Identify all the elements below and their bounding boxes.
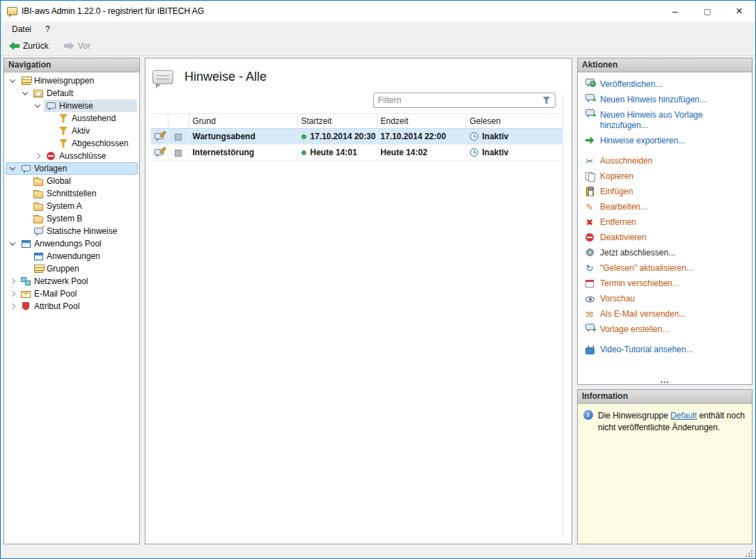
- tree-item-label: Aktiv: [70, 126, 93, 136]
- tree-item-label: System A: [45, 201, 85, 211]
- app-window: IBI-aws Admin 1.22.0 - registriert für I…: [0, 0, 756, 559]
- hints-table: GrundStartzeitEndzeitGelesen Wartungsabe…: [151, 113, 562, 161]
- expand-chevron-icon[interactable]: [6, 279, 19, 283]
- action-gelesen-aktualisieren[interactable]: ↻"Gelesen" aktualisieren...: [583, 263, 746, 274]
- send-email-icon: ✉: [584, 310, 595, 320]
- deactivate-icon: [585, 233, 594, 242]
- tree-item-hinweise[interactable]: Hinweise: [6, 100, 138, 112]
- column-header-startzeit[interactable]: Startzeit: [297, 114, 377, 129]
- tree-item-schnittstellen[interactable]: Schnittstellen: [6, 187, 138, 200]
- tree-item-attribut-pool[interactable]: Attribut Pool: [6, 300, 138, 313]
- tree-item-default[interactable]: Default: [6, 87, 138, 100]
- tree-item-gruppen[interactable]: Gruppen: [6, 262, 138, 275]
- forward-button[interactable]: Vor: [61, 40, 93, 52]
- action-label: Hinweise exportieren...: [600, 136, 685, 146]
- hint-bubble-icon: [155, 149, 164, 155]
- default-group-link[interactable]: Default: [670, 411, 697, 420]
- action-vorlage-erstellen[interactable]: Vorlage erstellen...: [583, 324, 746, 335]
- tree-item-label: Ausschlüsse: [58, 151, 109, 161]
- back-button[interactable]: Zurück: [6, 40, 52, 52]
- tree-item-e-mail-pool[interactable]: E-Mail Pool: [6, 288, 138, 300]
- cut-icon: ✂: [584, 157, 595, 166]
- tree-item-label: Statische Hinweise: [45, 226, 120, 236]
- cell-grund: Internetstörung: [189, 145, 297, 161]
- copy-icon: [585, 172, 594, 180]
- actions-overflow-indicator[interactable]: ...: [578, 377, 752, 384]
- action-als-e-mail-versenden[interactable]: ✉Als E-Mail versenden...: [583, 309, 746, 320]
- filter-funnel-icon[interactable]: [542, 96, 550, 104]
- tree-item-aktiv[interactable]: Aktiv: [6, 125, 138, 137]
- static-hints-icon: [34, 228, 43, 234]
- hint-bubble-icon: [155, 133, 164, 139]
- tree-item-netzwerk-pool[interactable]: Netzwerk Pool: [6, 275, 138, 288]
- action-label: Ausschneiden: [600, 156, 652, 166]
- filter-box[interactable]: [373, 93, 556, 108]
- expand-chevron-icon[interactable]: [6, 292, 19, 296]
- tree-item-ausstehend[interactable]: Ausstehend: [6, 112, 138, 125]
- tree-item-system-a[interactable]: System A: [6, 200, 138, 212]
- tree-item-anwendungen[interactable]: Anwendungen: [6, 250, 138, 262]
- action-vorschau[interactable]: Vorschau: [583, 294, 746, 304]
- menu-item-datei[interactable]: Datei: [5, 23, 38, 36]
- action-hinweise-exportieren[interactable]: Hinweise exportieren...: [583, 136, 746, 146]
- main-panel: Hinweise - Alle GrundStartzeitEndzeitGel…: [145, 58, 572, 544]
- action-label: Kopieren: [600, 171, 633, 182]
- exclusions-icon: [47, 152, 55, 160]
- action-deaktivieren[interactable]: Deaktivieren: [583, 233, 746, 243]
- action-label: Termin verschieben...: [600, 278, 679, 289]
- collapse-chevron-icon[interactable]: [6, 166, 19, 171]
- column-header-endzeit[interactable]: Endzeit: [377, 114, 466, 129]
- expand-chevron-icon[interactable]: [31, 154, 44, 158]
- close-button[interactable]: ×: [723, 1, 755, 22]
- tree-item-hinweisgruppen[interactable]: Hinweisgruppen: [6, 74, 138, 87]
- expand-chevron-icon[interactable]: [6, 304, 19, 308]
- action-kopieren[interactable]: Kopieren: [583, 171, 746, 182]
- collapse-chevron-icon[interactable]: [19, 91, 31, 95]
- minimize-button[interactable]: –: [659, 1, 691, 22]
- collapse-chevron-icon[interactable]: [31, 104, 44, 108]
- column-header-grund[interactable]: Grund: [189, 114, 297, 129]
- action-neuen-hinweis-aus-vorlage-hinzufuegen[interactable]: Neuen Hinweis aus Vorlage hinzufügen...: [583, 110, 746, 131]
- tree-item-statische-hinweise[interactable]: Statische Hinweise: [6, 225, 138, 237]
- tree-item-anwendungs-pool[interactable]: Anwendungs Pool: [6, 237, 138, 250]
- action-jetzt-abschliessen[interactable]: Jetzt abschliessen...: [583, 248, 746, 258]
- paste-icon: [586, 187, 594, 196]
- tree-item-label: Attribut Pool: [33, 301, 82, 311]
- maximize-button[interactable]: ▢: [691, 1, 723, 22]
- table-row[interactable]: Wartungsabend17.10.2014 20:3017.10.2014 …: [151, 129, 562, 145]
- navigation-panel: Navigation HinweisgruppenDefaultHinweise…: [3, 58, 140, 544]
- hint-groups-icon: [22, 81, 31, 85]
- action-entfernen[interactable]: ✖Entfernen: [583, 217, 746, 228]
- action-bearbeiten[interactable]: ✎Bearbeiten...: [583, 202, 746, 212]
- right-column: Aktionen Veröffentlichen...Neuen Hinweis…: [577, 58, 753, 544]
- resize-grip[interactable]: [751, 550, 753, 551]
- main-title-row: Hinweise - Alle: [145, 58, 572, 84]
- tree-item-system-b[interactable]: System B: [6, 212, 138, 225]
- action-ausschneiden[interactable]: ✂Ausschneiden: [583, 156, 746, 166]
- info-circle-icon: i: [583, 410, 593, 420]
- tree-item-ausschluesse[interactable]: Ausschlüsse: [6, 150, 138, 162]
- table-row[interactable]: InternetstörungHeute 14:01Heute 14:02Ina…: [151, 145, 562, 161]
- gelesen-value: Inaktiv: [482, 148, 509, 157]
- filter-input[interactable]: [378, 95, 542, 105]
- collapse-chevron-icon[interactable]: [6, 79, 19, 83]
- action-einfuegen[interactable]: Einfügen: [583, 187, 746, 197]
- column-header-icon[interactable]: [151, 114, 168, 129]
- action-termin-verschieben[interactable]: Termin verschieben...: [583, 278, 746, 289]
- action-neuen-hinweis-hinzufuegen[interactable]: Neuen Hinweis hinzufügen...: [583, 95, 746, 105]
- action-label: Als E-Mail versenden...: [600, 309, 686, 320]
- collapse-chevron-icon[interactable]: [6, 242, 19, 246]
- menu-item-help[interactable]: ?: [38, 23, 57, 36]
- menu-bar: Datei ?: [1, 22, 755, 37]
- tree-item-vorlagen[interactable]: Vorlagen: [6, 162, 138, 175]
- tree-item-label: Ausstehend: [70, 113, 118, 123]
- column-header-gelesen[interactable]: Gelesen: [466, 114, 562, 129]
- information-panel: Information i Die Hinweisgruppe Default …: [577, 389, 753, 544]
- tree-item-abgeschlossen[interactable]: Abgeschlossen: [6, 137, 138, 150]
- action-veroeffentlichen[interactable]: Veröffentlichen...: [583, 79, 746, 90]
- action-video-tutorial-ansehen[interactable]: Video-Tutorial ansehen...: [583, 345, 746, 355]
- navigation-panel-header: Navigation: [4, 58, 139, 72]
- column-header-icon[interactable]: [168, 114, 189, 129]
- tree-item-global[interactable]: Global: [6, 175, 138, 187]
- folder-icon: [33, 216, 43, 223]
